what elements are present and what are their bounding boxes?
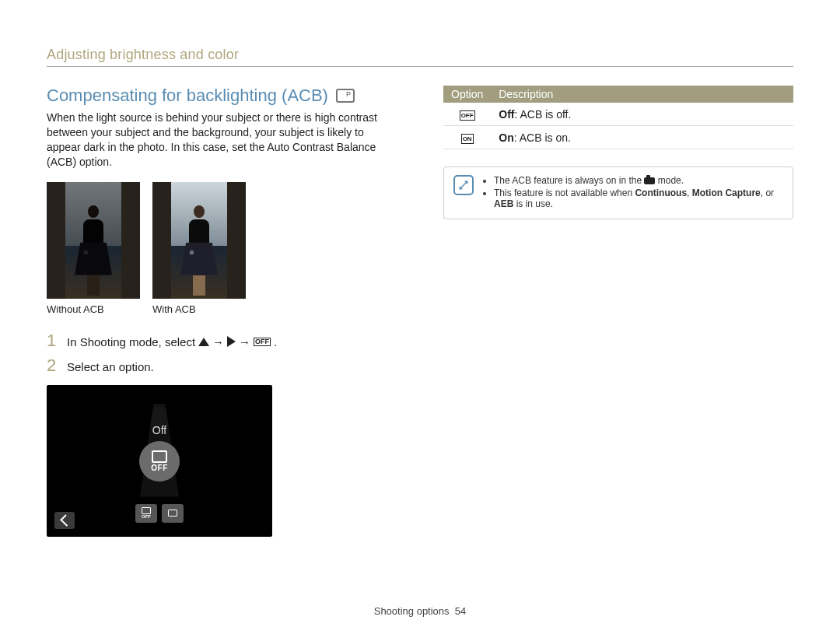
note-item-1: The ACB feature is always on in the mode… <box>494 175 783 186</box>
step-1-prefix: In Shooting mode, select <box>67 335 195 349</box>
camera-mode-icon <box>644 177 655 184</box>
acb-on-icon: ON <box>461 134 474 144</box>
mode-p-icon <box>336 89 355 103</box>
thumb-off-text: OFF <box>142 514 151 519</box>
intro-paragraph: When the light source is behind your sub… <box>47 110 397 170</box>
option-acb-off-thumb[interactable]: OFF <box>135 504 157 523</box>
th-option: Option <box>443 86 491 103</box>
note-box: The ACB feature is always on in the mode… <box>443 166 793 219</box>
step-1-text: In Shooting mode, select → → OFF . <box>67 335 277 349</box>
section-title: Compensating for backlighting (ACB) <box>47 86 397 106</box>
back-button[interactable] <box>54 512 75 529</box>
caption-with-acb: With ACB <box>152 303 246 315</box>
table-row: ON On: ACB is on. <box>443 126 793 149</box>
step-2-text: Select an option. <box>67 360 154 373</box>
acb-off-icon: OFF <box>460 110 475 121</box>
breadcrumb: Adjusting brightness and color <box>47 47 793 63</box>
preview-off-label: Off <box>152 424 166 436</box>
note-icon <box>453 175 474 195</box>
arrow-1: → <box>212 335 224 349</box>
right-triangle-icon <box>227 336 236 347</box>
section-title-text: Compensating for backlighting (ACB) <box>47 86 328 106</box>
step-1-period: . <box>274 335 277 349</box>
footer-label: Shooting options <box>374 605 450 617</box>
selected-badge-text: OFF <box>151 464 168 472</box>
note-item-2: This feature is not available when Conti… <box>494 187 783 209</box>
camera-screen-preview: Off OFF OFF <box>47 385 272 537</box>
divider <box>47 66 793 67</box>
acb-off-glyph-icon: OFF <box>254 338 271 346</box>
example-photo-with-acb <box>152 182 246 299</box>
caption-without-acb: Without ACB <box>47 303 140 315</box>
option-acb-on-thumb[interactable] <box>162 504 184 523</box>
step-2-number: 2 <box>47 356 59 376</box>
arrow-2: → <box>239 335 250 349</box>
up-triangle-icon <box>198 338 209 346</box>
th-description: Description <box>491 86 793 103</box>
selected-acb-off-badge[interactable]: OFF <box>139 441 180 482</box>
page-footer: Shooting options 54 <box>0 605 840 617</box>
example-photo-without-acb <box>47 182 140 299</box>
step-1-number: 1 <box>47 331 59 351</box>
table-row: OFF Off: ACB is off. <box>443 103 793 126</box>
row-on-desc: On: ACB is on. <box>491 126 793 149</box>
row-off-desc: Off: ACB is off. <box>491 103 793 126</box>
footer-page-number: 54 <box>455 605 466 617</box>
options-table: Option Description OFF Off: ACB is off. … <box>443 86 793 149</box>
